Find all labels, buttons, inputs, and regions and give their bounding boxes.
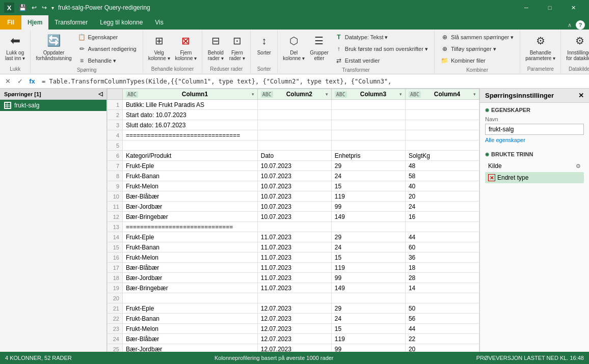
combine-files-icon: 📁 xyxy=(441,57,449,65)
params-icon: ⚙ xyxy=(532,33,549,49)
cell-col2: Dato xyxy=(257,151,331,161)
cell-col2: 11.07.2023 xyxy=(257,242,331,253)
ribbon-group-reduser-buttons: ⊟ Beholdrader ▾ ⊡ Fjernrader ▾ xyxy=(205,32,247,65)
table-row: 1 Butikk: Lille Frukt Paradis AS xyxy=(108,100,479,110)
fjern-kolonne-button[interactable]: ⊠ Fjernkolonne ▾ xyxy=(173,32,199,62)
row-num: 18 xyxy=(108,273,123,283)
help-icon[interactable]: ? xyxy=(576,20,585,30)
col3-dropdown-icon[interactable]: ▾ xyxy=(399,92,402,97)
col1-dropdown-icon[interactable]: ▾ xyxy=(252,92,254,97)
query-item-frukt-salg[interactable]: frukt-salg xyxy=(0,100,106,111)
cell-col2 xyxy=(257,120,331,130)
avansert-redigering-button[interactable]: ✏ Avansert redigering xyxy=(75,43,140,54)
kombiner-filer-button[interactable]: 📁 Kombiner filer xyxy=(438,55,517,66)
oppdater-forhandsvisning-button[interactable]: 🔄 Oppdaterforhåndsvisning xyxy=(34,32,73,62)
cell-col4: 28 xyxy=(405,273,479,283)
row-num: 7 xyxy=(108,161,123,171)
queries-panel: Spørringer [1] ◁ frukt-salg xyxy=(0,89,107,352)
split-col-icon: ⬡ xyxy=(286,33,302,49)
col4-dropdown-icon[interactable]: ▾ xyxy=(473,92,476,97)
close-settings-button[interactable]: ✕ xyxy=(578,92,584,99)
cell-col4: 22 xyxy=(405,334,479,344)
cell-col3 xyxy=(331,222,405,232)
row-num: 24 xyxy=(108,334,123,344)
cell-col3: 24 xyxy=(331,171,405,181)
maximize-button[interactable]: □ xyxy=(538,0,561,15)
tab-legg-til-kolonne[interactable]: Legg til kolonne xyxy=(94,15,149,30)
behandle-parametere-button[interactable]: ⚙ Behandleparametere ▾ xyxy=(523,32,557,62)
row-num: 13 xyxy=(108,222,123,232)
close-button[interactable]: ✕ xyxy=(561,0,585,15)
row-num: 22 xyxy=(108,314,123,324)
table-row: 12 Bær-Bringebær 10.07.2023 149 16 xyxy=(108,212,479,222)
cell-col1: Frukt-Banan xyxy=(123,242,258,253)
behandle-button[interactable]: ≡ Behandle ▾ xyxy=(75,55,140,66)
step-error-icon[interactable]: ✕ xyxy=(488,174,495,181)
confirm-formula-button[interactable]: ✓ xyxy=(14,76,25,87)
cell-col4 xyxy=(405,293,479,303)
tab-hjem[interactable]: Hjem xyxy=(21,15,48,30)
quick-access-dropdown[interactable]: ▾ xyxy=(50,4,55,12)
query-name-input[interactable] xyxy=(485,124,584,135)
tab-fil[interactable]: Fil xyxy=(0,15,21,30)
bruk-forste-rad-button[interactable]: ↑ Bruk første rad som overskrifter ▾ xyxy=(332,43,431,54)
sporring-small-group: 📋 Egenskaper ✏ Avansert redigering ≡ Beh… xyxy=(75,32,140,66)
save-button[interactable]: 💾 xyxy=(17,3,28,12)
cancel-formula-button[interactable]: ✕ xyxy=(2,76,13,87)
sorter-button[interactable]: ↕ Sorter xyxy=(254,32,274,57)
cell-col2 xyxy=(257,130,331,141)
minimize-button[interactable]: ─ xyxy=(515,0,538,15)
col2-dropdown-icon[interactable]: ▾ xyxy=(326,92,328,97)
grupper-etter-button[interactable]: ☰ Grupperetter xyxy=(308,32,331,62)
tab-vis[interactable]: Vis xyxy=(149,15,169,30)
cell-col3: 99 xyxy=(331,202,405,212)
undo-button[interactable]: ↩ xyxy=(30,3,38,12)
step-kilde[interactable]: Kilde ⚙ xyxy=(485,160,584,172)
remove-rows-icon: ⊡ xyxy=(229,33,245,49)
tab-transformer[interactable]: Transformer xyxy=(48,15,94,30)
row-num: 4 xyxy=(108,130,123,141)
innstillinger-datakilde-button[interactable]: ⚙ Innstillingerfor datakilde xyxy=(564,32,589,62)
erstatt-verdier-button[interactable]: ⇄ Erstatt verdier xyxy=(332,55,431,66)
collapse-panel-icon[interactable]: ◁ xyxy=(98,91,102,97)
datatype-button[interactable]: T Datatype: Tekst ▾ xyxy=(332,32,431,43)
cell-col2: 11.07.2023 xyxy=(257,283,331,293)
collapse-ribbon-icon[interactable]: ∧ xyxy=(568,22,572,29)
cell-col2: 12.07.2023 xyxy=(257,314,331,324)
velg-kolonne-button[interactable]: ⊞ Velgkolonne ▾ xyxy=(146,32,172,62)
sla-sammen-button[interactable]: ⊕ Slå sammen spørringer ▾ xyxy=(438,32,517,43)
steps-list: Kilde ⚙ ✕ Endret type xyxy=(485,160,584,183)
data-area: ABC Column1 ▾ ABC Column2 ▾ xyxy=(107,89,479,352)
behold-rader-button[interactable]: ⊟ Beholdrader ▾ xyxy=(205,32,226,62)
settings-title: Spørringsinnstillinger xyxy=(485,92,554,99)
col-header-3: ABC Column3 ▾ xyxy=(331,89,405,100)
step-kilde-gear-icon[interactable]: ⚙ xyxy=(576,163,581,170)
lukk-last-inn-button[interactable]: ⬅ Lukk oglast inn ▾ xyxy=(3,32,27,62)
ribbon-group-transformer-buttons: ⬡ Delkolonne ▾ ☰ Grupperetter T Datatype… xyxy=(281,32,431,66)
formula-input[interactable] xyxy=(40,77,587,86)
row-num: 11 xyxy=(108,202,123,212)
tilfoy-sporringer-button[interactable]: ⊕ Tilføy spørringer ▾ xyxy=(438,43,517,54)
cell-col1: Bær-Bringebær xyxy=(123,212,258,222)
cell-col1: Bær-Bringebær xyxy=(123,283,258,293)
redo-button[interactable]: ↪ xyxy=(40,3,48,12)
egenskaper-button[interactable]: 📋 Egenskaper xyxy=(75,32,140,43)
cell-col3 xyxy=(331,141,405,151)
step-endret-type[interactable]: ✕ Endret type xyxy=(485,172,584,183)
all-properties-link[interactable]: Alle egenskaper xyxy=(485,137,584,143)
cell-col4: 20 xyxy=(405,191,479,202)
row-num: 1 xyxy=(108,100,123,110)
properties-chevron: ◉ xyxy=(485,107,489,113)
col2-type-icon: ABC xyxy=(261,91,273,98)
properties-section: ◉ EGENSKAPER Navn Alle egenskaper xyxy=(480,103,589,147)
refresh-icon: 🔄 xyxy=(45,33,62,49)
cell-col3: 15 xyxy=(331,253,405,263)
grid-container[interactable]: ABC Column1 ▾ ABC Column2 ▾ xyxy=(107,89,479,352)
table-row: 19 Bær-Bringebær 11.07.2023 149 14 xyxy=(108,283,479,293)
cell-col4 xyxy=(405,120,479,130)
del-kolonne-button[interactable]: ⬡ Delkolonne ▾ xyxy=(281,32,307,62)
table-row: 20 xyxy=(108,293,479,303)
fjern-rader-button[interactable]: ⊡ Fjernrader ▾ xyxy=(227,32,247,62)
fx-button[interactable]: fx xyxy=(26,76,38,87)
cell-col1 xyxy=(123,293,258,303)
